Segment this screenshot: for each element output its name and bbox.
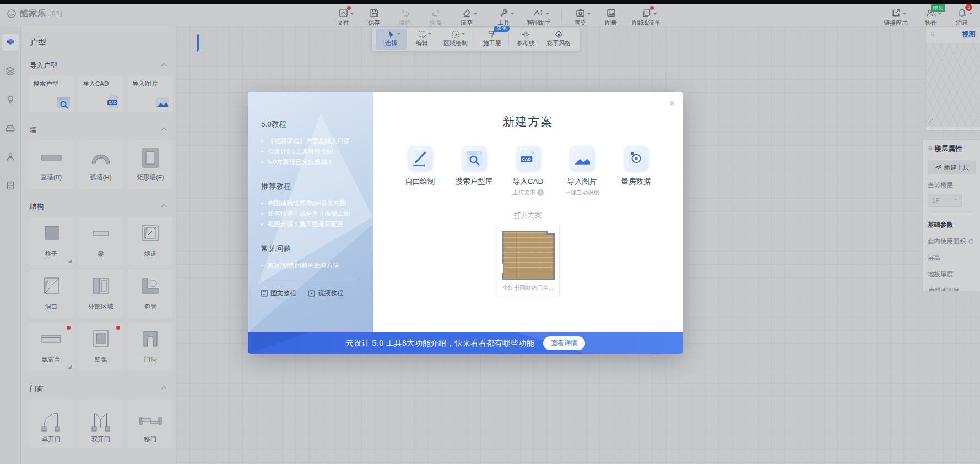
video-icon	[308, 290, 315, 297]
open-plan-title: 打开方案	[373, 211, 683, 220]
faq-links: 黑屏/崩溃问题的处理方法	[261, 260, 360, 271]
search-library-action[interactable]: 搜索户型库	[452, 146, 496, 196]
import-cad-icon: CAD	[516, 146, 541, 171]
recommended-links: 构图辅助线帮你get最美构图 如何快速生成全屋立面施工图 视图升级！施工图最新配…	[261, 198, 360, 230]
import-image-action[interactable]: 导入图片 一键自动识别	[560, 146, 604, 196]
tutorial-link[interactable]: 视图升级！施工图最新配置	[261, 219, 360, 230]
dialog-title: 新建方案	[373, 114, 683, 129]
text-tutorial-link[interactable]: 图文教程	[261, 289, 296, 297]
survey-data-action[interactable]: 量房数据	[614, 146, 658, 196]
recent-plan-card[interactable]: 小红书同款热门全...	[497, 226, 560, 297]
recommended-section-title: 推荐教程	[261, 182, 360, 192]
info-icon: !	[537, 189, 544, 196]
view-details-button[interactable]: 查看详情	[543, 336, 585, 350]
free-draw-icon	[408, 146, 433, 171]
video-tutorial-link[interactable]: 视频教程	[308, 289, 343, 297]
promo-banner[interactable]: 云设计 5.0 工具8大功能介绍，快来看看都有哪些功能 查看详情	[248, 332, 683, 354]
faq-section-title: 常见问题	[261, 244, 360, 254]
tutorial-links: 【视频课程】户型基础入门课 云设计5.0工具特性介绍 5.0方案现已支持投稿！	[261, 136, 360, 167]
import-image-icon	[570, 146, 595, 171]
tutorial-link[interactable]: 黑屏/崩溃问题的处理方法	[261, 260, 360, 271]
promo-banner-text: 云设计 5.0 工具8大功能介绍，快来看看都有哪些功能	[346, 339, 535, 348]
tutorial-link[interactable]: 5.0方案现已支持投稿！	[261, 157, 360, 167]
new-plan-actions: 自由绘制 搜索户型库 CAD 导入CAD 上传要求 !	[373, 146, 683, 196]
dialog-main: 新建方案 自由绘制 搜索户型库 CAD 导入CAD 上传要求	[373, 92, 683, 332]
doc-icon	[261, 290, 268, 297]
tutorial-link[interactable]: 如何快速生成全屋立面施工图	[261, 209, 360, 219]
survey-data-icon	[624, 146, 649, 171]
close-icon[interactable]: ×	[669, 97, 675, 108]
upload-requirements[interactable]: 上传要求 !	[512, 189, 544, 196]
tutorial-link[interactable]: 构图辅助线帮你get最美构图	[261, 198, 360, 209]
import-cad-action[interactable]: CAD 导入CAD 上传要求 !	[506, 146, 550, 196]
tutorial-link[interactable]: 【视频课程】户型基础入门课	[261, 136, 360, 146]
tutorial-link[interactable]: 云设计5.0工具特性介绍	[261, 146, 360, 157]
auto-recognize-note: 一键自动识别	[565, 189, 599, 196]
dialog-tutorial-sidebar: 5.0教程 【视频课程】户型基础入门课 云设计5.0工具特性介绍 5.0方案现已…	[248, 92, 373, 332]
svg-text:CAD: CAD	[522, 157, 530, 162]
search-library-icon	[462, 146, 487, 171]
free-draw-action[interactable]: 自由绘制	[398, 146, 442, 196]
new-plan-dialog: × 5.0教程 【视频课程】户型基础入门课 云设计5.0工具特性介绍 5.0方案…	[248, 92, 683, 354]
tutorial-footer-links: 图文教程 视频教程	[261, 289, 360, 297]
tutorial-section-title: 5.0教程	[261, 119, 360, 129]
recent-plan-caption: 小红书同款热门全...	[502, 284, 555, 292]
sidebar-divider	[261, 279, 360, 279]
floorplan-thumbnail	[502, 231, 555, 280]
